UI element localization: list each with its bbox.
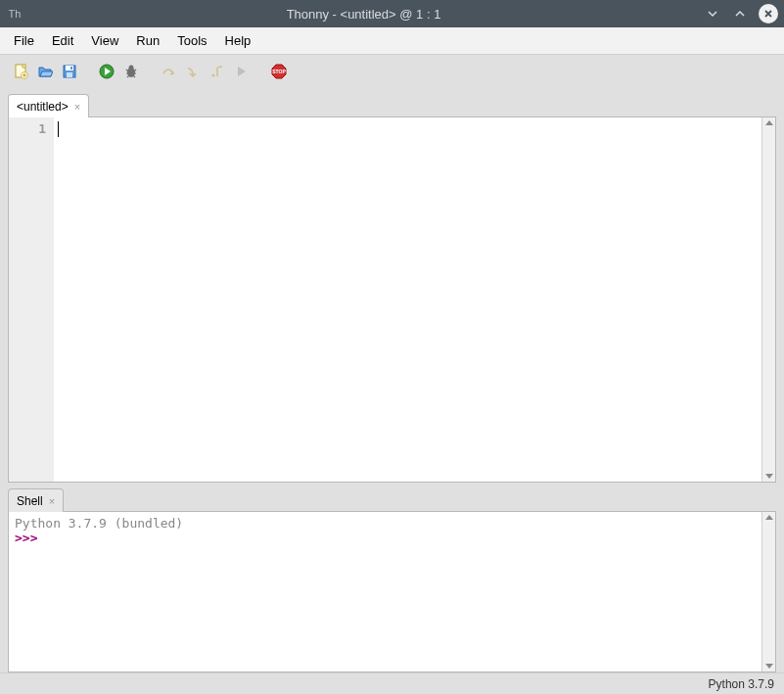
shell-output[interactable]: Python 3.7.9 (bundled) >>> (9, 512, 761, 671)
resume-button (231, 61, 253, 82)
minimize-button[interactable] (704, 5, 721, 23)
svg-rect-4 (67, 72, 72, 77)
svg-text:STOP: STOP (272, 69, 286, 74)
editor-tab-untitled[interactable]: <untitled> × (8, 94, 89, 117)
close-icon[interactable]: × (49, 495, 55, 507)
save-icon (62, 64, 77, 79)
menu-edit[interactable]: Edit (44, 30, 81, 51)
step-over-button (158, 61, 179, 82)
svg-point-8 (129, 66, 134, 70)
editor-pane: <untitled> × 1 (8, 94, 776, 483)
shell-tab-strip: Shell × (8, 488, 776, 512)
step-out-button (207, 61, 228, 82)
svg-rect-5 (70, 67, 72, 69)
app-icon: Th (6, 8, 23, 20)
line-number: 1 (9, 121, 46, 136)
open-file-icon (37, 64, 53, 79)
editor-tab-label: <untitled> (17, 100, 69, 114)
status-python-version[interactable]: Python 3.7.9 (709, 677, 774, 691)
stop-icon: STOP (271, 64, 287, 79)
step-into-icon (185, 64, 201, 79)
new-file-icon (13, 64, 28, 79)
close-button[interactable] (759, 4, 778, 23)
debug-icon (123, 64, 139, 79)
editor-scrollbar[interactable] (761, 117, 775, 482)
maximize-button[interactable] (731, 5, 749, 23)
shell-prompt: >>> (15, 531, 37, 545)
shell-version-line: Python 3.7.9 (bundled) (15, 516, 756, 531)
shell-tab-label: Shell (17, 494, 43, 508)
text-cursor (58, 121, 59, 137)
debug-button[interactable] (120, 61, 142, 82)
toolbar: STOP (0, 55, 784, 88)
shell-tab[interactable]: Shell × (8, 488, 64, 512)
line-number-gutter: 1 (9, 117, 54, 482)
new-file-button[interactable] (10, 61, 31, 82)
statusbar: Python 3.7.9 (0, 672, 784, 694)
menu-run[interactable]: Run (128, 30, 167, 51)
step-over-icon (161, 64, 176, 79)
close-icon[interactable]: × (74, 101, 80, 113)
menu-help[interactable]: Help (217, 30, 259, 51)
editor-tab-strip: <untitled> × (8, 94, 776, 117)
step-out-icon (209, 64, 225, 79)
run-button[interactable] (96, 61, 117, 82)
stop-button[interactable]: STOP (268, 61, 290, 82)
code-editor[interactable] (54, 117, 761, 482)
shell-pane: Shell × Python 3.7.9 (bundled) >>> (8, 488, 776, 672)
shell-body: Python 3.7.9 (bundled) >>> (8, 511, 776, 672)
window-controls (704, 4, 778, 23)
menu-file[interactable]: File (6, 30, 42, 51)
window-title: Thonny - <untitled> @ 1 : 1 (23, 7, 704, 22)
open-file-button[interactable] (34, 61, 56, 82)
content-area: <untitled> × 1 Shell × Python 3.7.9 (bun… (0, 88, 784, 672)
menu-tools[interactable]: Tools (169, 30, 214, 51)
menu-view[interactable]: View (83, 30, 126, 51)
save-button[interactable] (59, 61, 80, 82)
menubar: File Edit View Run Tools Help (0, 27, 784, 55)
run-icon (99, 64, 115, 79)
titlebar: Th Thonny - <untitled> @ 1 : 1 (0, 0, 784, 27)
shell-scrollbar[interactable] (761, 512, 775, 671)
resume-icon (234, 64, 250, 79)
svg-point-9 (212, 74, 215, 77)
editor-body: 1 (8, 116, 776, 483)
step-into-button (182, 61, 204, 82)
